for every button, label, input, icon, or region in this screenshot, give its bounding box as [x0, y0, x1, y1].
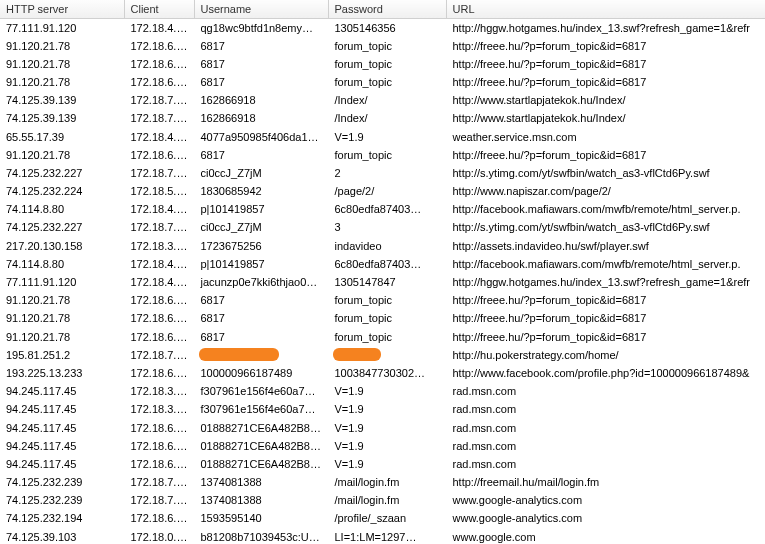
table-row[interactable]: 74.125.232.224172.18.5.151830685942/page…	[0, 183, 765, 201]
cell-http-server: 74.125.232.239	[0, 474, 124, 492]
cell-client: 172.18.0.180	[124, 528, 194, 544]
table-row[interactable]: 65.55.17.39172.18.4.924077a950985f406da1…	[0, 128, 765, 146]
cell-username: p|101419857	[194, 201, 328, 219]
cell-http-server: 217.20.130.158	[0, 237, 124, 255]
cell-client: 172.18.6.119	[124, 328, 194, 346]
cell-http-server: 94.245.117.45	[0, 383, 124, 401]
header-username[interactable]: Username	[194, 0, 328, 19]
cell-client: 172.18.4.228	[124, 201, 194, 219]
header-url[interactable]: URL	[446, 0, 765, 19]
cell-http-server: 65.55.17.39	[0, 128, 124, 146]
cell-username: f307961e156f4e60a70f…	[194, 401, 328, 419]
cell-http-server: 74.114.8.80	[0, 255, 124, 273]
cell-http-server: 74.125.232.227	[0, 219, 124, 237]
cell-username: 1374081388	[194, 474, 328, 492]
cell-password	[328, 346, 446, 364]
cell-client: 172.18.7.155	[124, 346, 194, 364]
cell-client: 172.18.3.104	[124, 401, 194, 419]
cell-http-server: 74.114.8.80	[0, 201, 124, 219]
cell-password: /mail/login.fm	[328, 474, 446, 492]
cell-url: rad.msn.com	[446, 437, 765, 455]
cell-http-server: 91.120.21.78	[0, 310, 124, 328]
cell-http-server: 77.111.91.120	[0, 273, 124, 291]
cell-username: 4077a950985f406da10…	[194, 128, 328, 146]
table-row[interactable]: 74.125.39.103172.18.0.180b81208b71039453…	[0, 528, 765, 544]
cell-client: 172.18.6.119	[124, 146, 194, 164]
cell-url: rad.msn.com	[446, 401, 765, 419]
table-row[interactable]: 94.245.117.45172.18.6.10001888271CE6A482…	[0, 455, 765, 473]
cell-password: forum_topic	[328, 55, 446, 73]
table-row[interactable]: 74.125.232.194172.18.6.1421593595140/pro…	[0, 510, 765, 528]
cell-http-server: 74.125.232.224	[0, 183, 124, 201]
cell-client: 172.18.7.83	[124, 110, 194, 128]
table-row[interactable]: 91.120.21.78172.18.6.1196817forum_topich…	[0, 37, 765, 55]
cell-password: forum_topic	[328, 146, 446, 164]
table-row[interactable]: 74.125.232.239172.18.7.1801374081388/mai…	[0, 492, 765, 510]
table-row[interactable]: 74.125.39.139172.18.7.83162866918/Index/…	[0, 92, 765, 110]
table-row[interactable]: 74.125.39.139172.18.7.83162866918/Index/…	[0, 110, 765, 128]
cell-url: http://freee.hu/?p=forum_topic&id=6817	[446, 73, 765, 91]
cell-url: http://hu.pokerstrategy.com/home/	[446, 346, 765, 364]
table-row[interactable]: 94.245.117.45172.18.6.10001888271CE6A482…	[0, 419, 765, 437]
table-row[interactable]: 91.120.21.78172.18.6.1196817forum_topich…	[0, 55, 765, 73]
cell-username: 1723675256	[194, 237, 328, 255]
cell-username: ci0ccJ_Z7jM	[194, 164, 328, 182]
cell-http-server: 94.245.117.45	[0, 401, 124, 419]
table-row[interactable]: 91.120.21.78172.18.6.1196817forum_topich…	[0, 146, 765, 164]
table-row[interactable]: 77.111.91.120172.18.4.234jacunzp0e7kki6t…	[0, 273, 765, 291]
cell-url: http://assets.indavideo.hu/swf/player.sw…	[446, 237, 765, 255]
table-row[interactable]: 193.225.13.233172.18.6.24610000096618748…	[0, 364, 765, 382]
table-row[interactable]: 74.114.8.80172.18.4.228p|1014198576c80ed…	[0, 255, 765, 273]
cell-username: 01888271CE6A482B84…	[194, 455, 328, 473]
cell-http-server: 91.120.21.78	[0, 73, 124, 91]
cell-client: 172.18.7.180	[124, 492, 194, 510]
cell-password: V=1.9	[328, 419, 446, 437]
credentials-table: HTTP server Client Username Password URL…	[0, 0, 765, 544]
cell-client: 172.18.4.234	[124, 273, 194, 291]
table-row[interactable]: 74.125.232.227172.18.7.172ci0ccJ_Z7jM3ht…	[0, 219, 765, 237]
cell-client: 172.18.7.83	[124, 92, 194, 110]
header-http-server[interactable]: HTTP server	[0, 0, 124, 19]
cell-client: 172.18.3.104	[124, 383, 194, 401]
cell-http-server: 94.245.117.45	[0, 419, 124, 437]
cell-url: http://s.ytimg.com/yt/swfbin/watch_as3-v…	[446, 219, 765, 237]
table-row[interactable]: 91.120.21.78172.18.6.1196817forum_topich…	[0, 292, 765, 310]
table-row[interactable]: 74.114.8.80172.18.4.228p|1014198576c80ed…	[0, 201, 765, 219]
cell-http-server: 74.125.39.139	[0, 92, 124, 110]
table-row[interactable]: 195.81.251.2172.18.7.155http://hu.pokers…	[0, 346, 765, 364]
table-row[interactable]: 217.20.130.158172.18.3.1921723675256inda…	[0, 237, 765, 255]
cell-client: 172.18.4.228	[124, 255, 194, 273]
cell-http-server: 91.120.21.78	[0, 292, 124, 310]
table-row[interactable]: 94.245.117.45172.18.6.10001888271CE6A482…	[0, 437, 765, 455]
header-password[interactable]: Password	[328, 0, 446, 19]
cell-username: 6817	[194, 146, 328, 164]
table-row[interactable]: 77.111.91.120172.18.4.234qg18wc9btfd1n8e…	[0, 19, 765, 38]
cell-http-server: 195.81.251.2	[0, 346, 124, 364]
cell-client: 172.18.7.180	[124, 474, 194, 492]
table-row[interactable]: 91.120.21.78172.18.6.1196817forum_topich…	[0, 73, 765, 91]
cell-http-server: 91.120.21.78	[0, 37, 124, 55]
cell-client: 172.18.6.100	[124, 455, 194, 473]
table-row[interactable]: 74.125.232.239172.18.7.1801374081388/mai…	[0, 474, 765, 492]
table-row[interactable]: 74.125.232.227172.18.7.172ci0ccJ_Z7jM2ht…	[0, 164, 765, 182]
cell-url: www.google-analytics.com	[446, 510, 765, 528]
redaction-overlay	[333, 348, 381, 361]
table-row[interactable]: 91.120.21.78172.18.6.1196817forum_topich…	[0, 328, 765, 346]
cell-username	[194, 346, 328, 364]
cell-http-server: 193.225.13.233	[0, 364, 124, 382]
cell-http-server: 91.120.21.78	[0, 55, 124, 73]
cell-client: 172.18.6.119	[124, 37, 194, 55]
cell-client: 172.18.7.172	[124, 164, 194, 182]
cell-http-server: 74.125.232.194	[0, 510, 124, 528]
header-client[interactable]: Client	[124, 0, 194, 19]
cell-username: 6817	[194, 328, 328, 346]
cell-url: http://freee.hu/?p=forum_topic&id=6817	[446, 55, 765, 73]
cell-http-server: 74.125.39.139	[0, 110, 124, 128]
table-row[interactable]: 94.245.117.45172.18.3.104f307961e156f4e6…	[0, 401, 765, 419]
cell-password: 6c80edfa87403…	[328, 201, 446, 219]
table-row[interactable]: 91.120.21.78172.18.6.1196817forum_topich…	[0, 310, 765, 328]
table-row[interactable]: 94.245.117.45172.18.3.104f307961e156f4e6…	[0, 383, 765, 401]
cell-client: 172.18.6.246	[124, 364, 194, 382]
cell-http-server: 94.245.117.45	[0, 455, 124, 473]
cell-client: 172.18.6.100	[124, 419, 194, 437]
